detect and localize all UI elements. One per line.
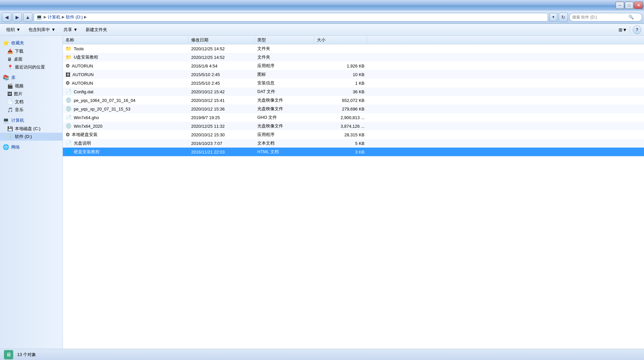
sidebar-item-disk-c[interactable]: 💾 本地磁盘 (C:): [0, 125, 63, 133]
file-modified-cell: 2020/12/25 14:52: [189, 55, 255, 60]
file-row[interactable]: 📁U盘安装教程2020/12/25 14:52文件夹: [63, 53, 644, 62]
computer-label: 计算机: [11, 117, 24, 123]
favorites-icon: ⭐: [3, 40, 9, 46]
close-button[interactable]: ✕: [634, 2, 643, 9]
refresh-button[interactable]: ↻: [559, 13, 568, 22]
sidebar-item-recent[interactable]: 📍 最近访问的位置: [0, 63, 63, 71]
file-name: Config.dat: [74, 89, 93, 94]
maximize-button[interactable]: □: [625, 2, 633, 9]
sidebar-item-download[interactable]: 📥 下载: [0, 47, 63, 55]
file-row[interactable]: 💿Win7x64_20202020/12/25 11:32光盘映像文件3,874…: [63, 122, 644, 130]
sidebar-item-video[interactable]: 🎬 视频: [0, 82, 63, 90]
minimize-button[interactable]: ─: [616, 2, 624, 9]
file-row[interactable]: 💿pe_yqs_1064_20_07_31_16_042020/10/12 15…: [63, 96, 644, 105]
file-row[interactable]: ⚙AUTORUN2015/5/10 2:45安装信息1 KB: [63, 79, 644, 87]
computer-icon: 💻: [3, 117, 9, 123]
col-type[interactable]: 类型: [255, 36, 314, 44]
file-name-cell: 📄Win7x64.gho: [63, 114, 189, 120]
help-button[interactable]: ?: [633, 25, 641, 34]
file-size-cell: 10 KB: [314, 72, 367, 77]
file-modified-cell: 2020/10/12 15:42: [189, 89, 255, 94]
network-label: 网络: [11, 144, 20, 150]
file-name: 本地硬盘安装: [72, 132, 98, 138]
up-button[interactable]: ▲: [23, 13, 32, 22]
sidebar-section-computer: 💻 计算机 💾 本地磁盘 (C:) 💿 软件 (D:): [0, 116, 63, 141]
file-modified-cell: 2015/5/10 2:45: [189, 81, 255, 86]
search-icon[interactable]: 🔍: [628, 15, 634, 20]
file-icon: 💿: [65, 106, 72, 112]
picture-label: 图片: [14, 91, 22, 97]
file-name: pe_yqs_xp_20_07_31_15_53: [74, 107, 130, 112]
path-separator: ▶: [44, 15, 46, 19]
file-row[interactable]: 📄Config.dat2020/10/12 15:42DAT 文件36 KB: [63, 87, 644, 96]
document-icon: 📄: [7, 99, 13, 105]
organize-button[interactable]: 组织 ▼: [3, 25, 24, 34]
sidebar-item-picture[interactable]: 🖼 图片: [0, 90, 63, 98]
file-row[interactable]: ⚙本地硬盘安装2020/10/12 15:30应用程序28,315 KB: [63, 130, 644, 139]
sidebar-item-disk-d[interactable]: 💿 软件 (D:): [0, 133, 63, 141]
file-icon: 📄: [65, 140, 72, 146]
file-row[interactable]: 📁Tools2020/12/25 14:52文件夹: [63, 44, 644, 53]
path-computer[interactable]: 计算机: [48, 14, 61, 20]
file-name: U盘安装教程: [74, 54, 98, 60]
path-separator3: ▶: [84, 15, 87, 19]
desktop-icon: 🖥: [7, 57, 12, 62]
file-icon: ⚙: [65, 80, 70, 86]
include-library-button[interactable]: 包含到库中 ▼: [25, 25, 59, 34]
file-name: Win7x64_2020: [74, 124, 103, 129]
network-icon: 🌐: [3, 144, 9, 150]
file-row[interactable]: 💿pe_yqs_xp_20_07_31_15_532020/10/12 15:3…: [63, 105, 644, 113]
file-row[interactable]: 🖼AUTORUN2015/5/10 2:45图标10 KB: [63, 70, 644, 79]
col-modified[interactable]: 修改日期: [189, 36, 255, 44]
sidebar-item-music[interactable]: 🎵 音乐: [0, 106, 63, 114]
file-size-cell: 5 KB: [314, 141, 367, 146]
titlebar: ─ □ ✕: [0, 0, 644, 11]
file-modified-cell: 2016/11/21 22:03: [189, 150, 255, 155]
toolbar-right: ⊞ ▼ ?: [619, 25, 641, 34]
file-size-cell: 1 KB: [314, 81, 367, 86]
sidebar-title-library[interactable]: 📚 库: [0, 73, 63, 82]
file-icon: 🖼: [65, 72, 70, 77]
file-row[interactable]: 📄Win7x64.gho2019/9/7 19:25GHO 文件2,900,81…: [63, 113, 644, 122]
file-type-cell: 安装信息: [255, 80, 314, 86]
file-row[interactable]: ⚙AUTORUN2016/1/8 4:54应用程序1,926 KB: [63, 62, 644, 70]
addressbar: ◀ ▶ ▲ 💻 ▶ 计算机 ▶ 软件 (D:) ▶ ▼ ↻ 🔍: [0, 11, 644, 24]
file-size-cell: 279,696 KB: [314, 107, 367, 112]
file-icon: 🌐: [65, 149, 72, 155]
view-dropdown-icon: ▼: [623, 27, 627, 32]
address-path[interactable]: 💻 ▶ 计算机 ▶ 软件 (D:) ▶: [34, 13, 548, 22]
filelist-header: 名称 修改日期 类型 大小: [63, 36, 644, 44]
sidebar-item-desktop[interactable]: 🖥 桌面: [0, 55, 63, 63]
music-label: 音乐: [15, 107, 23, 113]
back-button[interactable]: ◀: [2, 13, 11, 22]
search-box[interactable]: 🔍: [569, 13, 642, 22]
file-name-cell: 💿Win7x64_2020: [63, 123, 189, 129]
forward-button[interactable]: ▶: [13, 13, 22, 22]
view-toggle-button[interactable]: ⊞ ▼: [619, 25, 627, 34]
file-icon: 📁: [65, 54, 72, 60]
file-row[interactable]: 📄光盘说明2016/10/23 7:07文本文档5 KB: [63, 139, 644, 148]
sidebar-title-computer[interactable]: 💻 计算机: [0, 116, 63, 125]
file-type-cell: 应用程序: [255, 63, 314, 69]
file-size-cell: 2,900,813 ...: [314, 115, 367, 120]
sidebar-title-network[interactable]: 🌐 网络: [0, 143, 63, 152]
sidebar-title-favorites[interactable]: ⭐ 收藏夹: [0, 38, 63, 47]
file-modified-cell: 2016/1/8 4:54: [189, 64, 255, 68]
sidebar-item-document[interactable]: 📄 文档: [0, 98, 63, 106]
download-label: 下载: [15, 48, 23, 54]
share-button[interactable]: 共享 ▼: [60, 25, 81, 34]
file-size-cell: 28,315 KB: [314, 132, 367, 137]
search-input[interactable]: [572, 15, 628, 20]
newfolder-button[interactable]: 新建文件夹: [82, 25, 111, 34]
file-row[interactable]: 🌐硬盘安装教程2016/11/21 22:03HTML 文档3 KB: [63, 148, 644, 156]
col-size[interactable]: 大小: [314, 36, 367, 44]
music-icon: 🎵: [7, 107, 13, 112]
recent-label: 最近访问的位置: [15, 64, 45, 70]
file-name: AUTORUN: [72, 64, 93, 68]
file-name-cell: ⚙AUTORUN: [63, 63, 189, 69]
file-name-cell: 💿pe_yqs_1064_20_07_31_16_04: [63, 97, 189, 103]
library-icon: 📚: [3, 74, 9, 81]
path-drive-d[interactable]: 软件 (D:): [66, 14, 83, 20]
address-dropdown[interactable]: ▼: [549, 13, 557, 22]
col-name[interactable]: 名称: [63, 36, 189, 44]
